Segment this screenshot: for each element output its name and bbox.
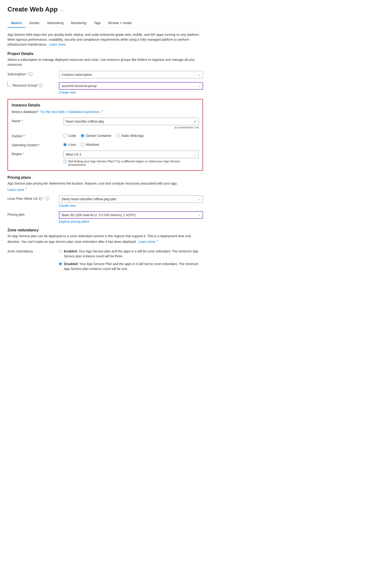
resource-group-select[interactable]: azureml-resource-group [59, 82, 203, 90]
region-note: ⓘ Not finding your App Service Plan? Try… [63, 159, 199, 167]
pricing-plan-row: Pricing plan Basic B2 (200 total ACU, 3.… [7, 211, 203, 223]
name-input-wrapper: ✓ [63, 118, 199, 125]
os-windows-option[interactable]: Windows [81, 143, 99, 146]
resource-group-row: Resource Group * i azureml-resource-grou… [7, 82, 203, 94]
name-check-icon: ✓ [194, 119, 196, 124]
zone-redundancy-radio-group: Enabled: Your App Service plan and the a… [59, 248, 203, 271]
name-label: Name * [12, 118, 63, 123]
subscription-control: Contoso subscription ⌄ [59, 71, 203, 78]
tab-basics[interactable]: Basics [7, 19, 25, 28]
publish-required: * [23, 134, 25, 138]
name-control: ✓ .azurewebsites.net [63, 118, 199, 129]
zone-enabled-radio[interactable] [59, 249, 62, 253]
pricing-learn-more-icon: ➚ [25, 187, 27, 190]
os-control: Linux Windows [63, 142, 199, 146]
pricing-desc: App Service plan pricing tier determines… [7, 181, 203, 186]
os-linux-option[interactable]: Linux [63, 143, 76, 146]
linux-plan-select[interactable]: (New) heart-classifier-mlflow-pkg-plan [59, 195, 203, 203]
resource-group-select-wrapper: azureml-resource-group ⌄ [59, 82, 203, 90]
subscription-row: Subscription * i Contoso subscription ⌄ [7, 71, 203, 78]
instance-details-heading: Instance Details [12, 103, 199, 107]
resource-group-control: azureml-resource-group ⌄ Create new [59, 82, 203, 94]
linux-plan-select-wrapper: (New) heart-classifier-mlflow-pkg-plan ⌄ [59, 195, 203, 203]
zone-disabled-option: Disabled: Your App Service Plan and the … [59, 262, 203, 271]
zone-learn-more-icon: ➚ [156, 239, 158, 242]
zone-redundancy-heading: Zone redundancy [7, 228, 203, 232]
publish-code-radio[interactable] [63, 134, 67, 138]
region-select[interactable]: West US 2 [63, 151, 199, 158]
tab-bar: Basics Docker Networking Monitoring Tags… [7, 19, 203, 28]
explore-pricing-plans-link[interactable]: Explore pricing plans [59, 220, 203, 223]
project-details-desc: Select a subscription to manage deployed… [7, 57, 203, 67]
zone-redundancy-learn-more-link[interactable]: Learn more ➚ [137, 240, 158, 243]
publish-code-option[interactable]: Code [63, 134, 76, 138]
region-info-circle-icon: ⓘ [63, 159, 67, 164]
zone-redundancy-control: Enabled: Your App Service plan and the a… [59, 248, 203, 271]
publish-control: Code Docker Container Static Web App [63, 133, 199, 138]
resource-group-create-new-link[interactable]: Create new [59, 90, 203, 94]
zone-redundancy-label: Zone redundancy [7, 248, 59, 253]
subscription-label: Subscription * i [7, 71, 59, 76]
zone-redundancy-row: Zone redundancy Enabled: Your App Servic… [7, 248, 203, 271]
pricing-plan-select[interactable]: Basic B2 (200 total ACU, 3.5 GB memory, … [59, 211, 203, 219]
tab-review-create[interactable]: Review + create [105, 19, 136, 28]
linux-plan-info-icon[interactable]: i [46, 197, 49, 201]
name-row: Name * ✓ .azurewebsites.net [12, 118, 199, 129]
region-label: Region * [12, 151, 63, 156]
tab-docker[interactable]: Docker [25, 19, 43, 28]
zone-disabled-text: Disabled: Your App Service Plan and the … [64, 262, 203, 271]
os-row: Operating System * Linux Windows [12, 142, 199, 147]
publish-static-option[interactable]: Static Web App [116, 134, 143, 138]
os-required: * [39, 143, 40, 147]
database-external-icon: ➚ [101, 109, 103, 112]
zone-enabled-text: Enabled: Your App Service plan and the a… [64, 249, 203, 259]
domain-suffix: .azurewebsites.net [63, 126, 199, 129]
resource-group-info-icon[interactable]: i [39, 83, 43, 87]
pricing-plan-label: Pricing plan [7, 211, 59, 217]
region-select-wrapper: West US 2 ⌄ [63, 151, 199, 158]
instance-details-box: Instance Details Need a database? Try th… [7, 99, 203, 171]
subscription-required: * [26, 72, 28, 76]
page-title: Create Web App [7, 6, 58, 13]
os-linux-radio[interactable] [63, 143, 67, 146]
publish-static-radio[interactable] [116, 134, 120, 138]
resource-group-required: * [37, 83, 38, 87]
os-windows-radio[interactable] [81, 143, 84, 146]
os-label: Operating System * [12, 142, 63, 147]
subscription-select[interactable]: Contoso subscription [59, 71, 203, 78]
zone-redundancy-desc: An App Service plan can be deployed as a… [7, 234, 203, 244]
zone-disabled-radio[interactable] [59, 262, 62, 266]
publish-docker-radio[interactable] [81, 134, 84, 138]
linux-plan-control: (New) heart-classifier-mlflow-pkg-plan ⌄… [59, 195, 203, 208]
database-note: Need a database? Try the new Web + Datab… [12, 109, 199, 114]
pricing-plan-select-wrapper: Basic B2 (200 total ACU, 3.5 GB memory, … [59, 211, 203, 219]
project-details-heading: Project Details [7, 52, 203, 56]
linux-plan-create-new-link[interactable]: Create new [59, 204, 203, 208]
pricing-heading: Pricing plans [7, 175, 203, 180]
tab-tags[interactable]: Tags [90, 19, 105, 28]
intro-learn-more-link[interactable]: Learn more [49, 43, 66, 46]
linux-plan-row: Linux Plan (West US 2) * i (New) heart-c… [7, 195, 203, 208]
linux-plan-label: Linux Plan (West US 2) * i [7, 195, 59, 201]
publish-docker-option[interactable]: Docker Container [81, 134, 111, 138]
pricing-learn-more-link[interactable]: Learn more ➚ [7, 188, 27, 192]
region-required: * [23, 152, 24, 156]
indent-line [7, 81, 11, 86]
page-title-container: Create Web App ... [7, 6, 203, 13]
name-required: * [21, 119, 22, 123]
page-title-dots: ... [61, 7, 65, 12]
publish-radio-group: Code Docker Container Static Web App [63, 133, 199, 138]
subscription-select-wrapper: Contoso subscription ⌄ [59, 71, 203, 78]
publish-row: Publish * Code Docker Container Static W… [12, 133, 199, 138]
subscription-info-icon[interactable]: i [29, 72, 33, 76]
zone-enabled-option: Enabled: Your App Service plan and the a… [59, 249, 203, 259]
name-input[interactable] [63, 118, 199, 125]
region-row: Region * West US 2 ⌄ ⓘ Not finding your … [12, 151, 199, 167]
tab-monitoring[interactable]: Monitoring [67, 19, 90, 28]
publish-label: Publish * [12, 133, 63, 138]
database-link[interactable]: Try the new Web + Database experience. ➚ [40, 110, 103, 114]
os-radio-group: Linux Windows [63, 142, 199, 146]
tab-networking[interactable]: Networking [44, 19, 67, 28]
intro-description: App Service Web Apps lets you quickly bu… [7, 32, 203, 47]
resource-group-indent: Resource Group * i [7, 82, 59, 87]
